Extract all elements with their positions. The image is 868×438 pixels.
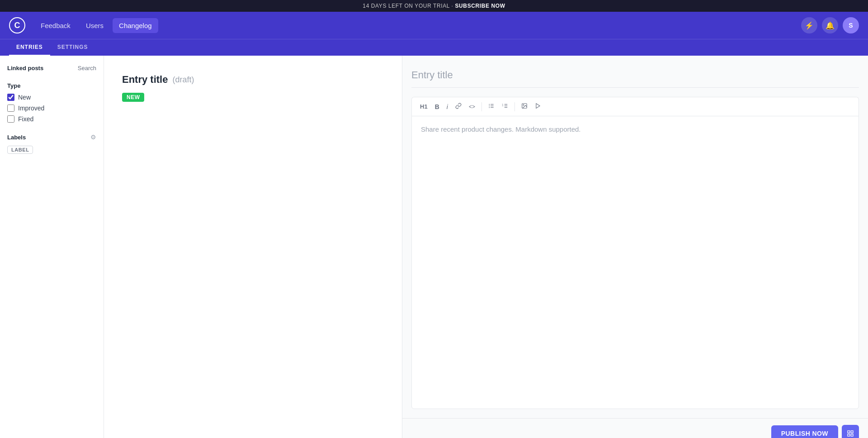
sidebar: Linked posts Search Type New Improved Fi…: [0, 56, 104, 438]
svg-point-3: [489, 104, 490, 105]
bell-btn[interactable]: 🔔: [822, 17, 838, 33]
type-label: Type: [7, 82, 96, 89]
content-area: Entry title (draft) NEW H1 B i <>: [104, 56, 868, 438]
checkbox-new-input[interactable]: [7, 94, 14, 101]
svg-point-4: [489, 105, 490, 106]
entry-list-panel: Entry title (draft) NEW: [104, 56, 402, 438]
nav-right: ⚡ 🔔 S: [801, 17, 859, 33]
editor-toolbar: H1 B i <> 1.2.: [411, 97, 859, 116]
entry-draft-label: (draft): [172, 75, 194, 85]
toolbar-italic[interactable]: i: [444, 101, 451, 112]
svg-rect-15: [851, 431, 853, 433]
toolbar-ul[interactable]: [486, 101, 497, 112]
trial-banner: 14 DAYS LEFT ON YOUR TRIAL · SUBSCRIBE N…: [0, 0, 868, 12]
editor-body[interactable]: Share recent product changes. Markdown s…: [411, 116, 859, 409]
entry-title-row: Entry title (draft): [122, 74, 384, 86]
svg-rect-16: [848, 434, 850, 436]
publish-bar: PUBLISH NOW: [402, 418, 868, 438]
top-nav: C Feedback Users Changelog ⚡ 🔔 S: [0, 12, 868, 39]
toolbar-bold[interactable]: B: [432, 101, 442, 112]
toolbar-h1[interactable]: H1: [417, 101, 430, 112]
checkbox-new-label: New: [18, 94, 31, 101]
sub-nav: ENTRIES SETTINGS: [0, 39, 868, 56]
checkbox-improved[interactable]: Improved: [7, 105, 96, 112]
labels-header: Labels ⚙: [7, 133, 96, 141]
search-link[interactable]: Search: [78, 65, 96, 71]
checkbox-fixed-input[interactable]: [7, 115, 14, 123]
lightning-btn[interactable]: ⚡: [801, 17, 817, 33]
logo: C: [9, 17, 25, 33]
publish-btn[interactable]: PUBLISH NOW: [771, 425, 838, 438]
svg-point-5: [489, 107, 490, 108]
toolbar-ol[interactable]: 1.2.: [499, 101, 511, 112]
svg-rect-14: [848, 431, 850, 433]
subnav-entries[interactable]: ENTRIES: [9, 39, 50, 56]
toolbar-code[interactable]: <>: [466, 102, 478, 112]
avatar[interactable]: S: [843, 17, 859, 33]
editor-panel: H1 B i <> 1.2.: [402, 56, 868, 418]
toolbar-link[interactable]: [453, 101, 464, 112]
editor-placeholder: Share recent product changes. Markdown s…: [421, 125, 581, 133]
label-badge[interactable]: LABEL: [7, 146, 33, 154]
checkbox-fixed[interactable]: Fixed: [7, 115, 96, 123]
linked-posts-title: Linked posts: [7, 65, 43, 71]
preview-btn[interactable]: [842, 425, 859, 438]
nav-users[interactable]: Users: [80, 18, 110, 33]
labels-title: Labels: [7, 134, 26, 141]
svg-point-12: [523, 105, 524, 105]
type-section: Type New Improved Fixed: [7, 82, 96, 123]
nav-changelog[interactable]: Changelog: [113, 18, 158, 33]
toolbar-divider-1: [481, 102, 482, 111]
gear-icon[interactable]: ⚙: [90, 133, 96, 141]
checkbox-new[interactable]: New: [7, 94, 96, 101]
trial-text: 14 DAYS LEFT ON YOUR TRIAL ·: [363, 3, 455, 9]
editor-body-area: H1 B i <> 1.2.: [411, 97, 859, 409]
toolbar-video[interactable]: [532, 101, 544, 112]
labels-section: Labels ⚙ LABEL: [7, 133, 96, 154]
nav-links: Feedback Users Changelog: [34, 18, 801, 33]
subscribe-link[interactable]: SUBSCRIBE NOW: [455, 3, 505, 9]
linked-posts-section: Linked posts Search: [7, 65, 96, 71]
toolbar-image[interactable]: [519, 101, 530, 112]
linked-posts-header: Linked posts Search: [7, 65, 96, 71]
svg-marker-13: [536, 104, 540, 109]
entry-main-title: Entry title: [122, 74, 168, 86]
checkbox-improved-input[interactable]: [7, 105, 14, 112]
svg-text:2.: 2.: [502, 105, 503, 107]
editor-container: H1 B i <> 1.2.: [402, 56, 868, 438]
checkbox-improved-label: Improved: [18, 105, 44, 112]
subnav-settings[interactable]: SETTINGS: [50, 39, 95, 56]
checkbox-fixed-label: Fixed: [18, 115, 33, 123]
toolbar-divider-2: [514, 102, 515, 111]
svg-rect-17: [851, 434, 853, 436]
nav-feedback[interactable]: Feedback: [34, 18, 77, 33]
new-badge: NEW: [122, 93, 144, 102]
main-layout: Linked posts Search Type New Improved Fi…: [0, 56, 868, 438]
editor-title-input[interactable]: [411, 65, 859, 88]
